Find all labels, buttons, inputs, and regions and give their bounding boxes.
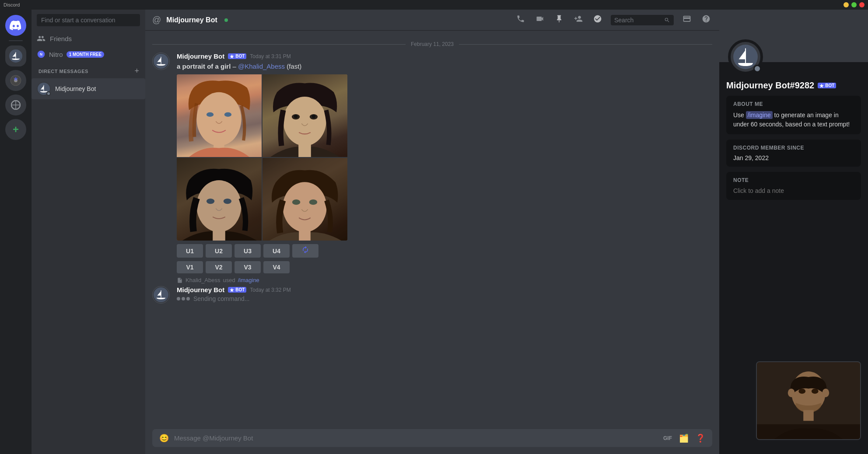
v1-button[interactable]: V1 — [177, 261, 203, 273]
msg-content-2: Midjourney Bot BOT Today at 3:32 PM — [177, 286, 712, 304]
sidebar-item-nitro[interactable]: N Nitro 1 MONTH FREE — [32, 46, 145, 62]
about-me-text: Use /imagine to generate an image in und… — [733, 111, 854, 129]
svg-point-28 — [292, 199, 300, 205]
close-button[interactable] — [859, 2, 864, 7]
msg-header-1: Midjourney Bot BOT Today at 3:31 PM — [177, 52, 712, 60]
u4-button[interactable]: U4 — [263, 244, 290, 258]
new-dm-button[interactable]: + — [132, 66, 142, 77]
emoji-button[interactable]: 😊 — [158, 432, 171, 445]
sending-row: Sending command... — [177, 295, 712, 302]
dm-username: Midjourney Bot — [55, 85, 96, 92]
profile-status-dot — [753, 65, 761, 73]
svg-rect-30 — [299, 230, 311, 241]
about-prefix: Use — [733, 112, 746, 119]
used-by-name: Khalid_Abess — [186, 277, 220, 283]
msg-avatar-1 — [152, 52, 170, 70]
dm-search-input[interactable] — [37, 14, 140, 26]
message-group-1: Midjourney Bot BOT Today at 3:31 PM a po… — [145, 51, 719, 275]
svg-point-10 — [196, 92, 241, 146]
svg-point-29 — [309, 199, 317, 205]
titlebar-controls — [844, 2, 864, 7]
profile-name: Midjourney Bot#9282 — [726, 80, 814, 91]
profile-bot-badge: BOT — [818, 83, 836, 88]
portrait-2[interactable] — [262, 74, 347, 157]
v3-button[interactable]: V3 — [234, 261, 261, 273]
gif-button[interactable]: GIF — [662, 433, 674, 443]
dm-section-title: DIRECT MESSAGES — [38, 69, 88, 74]
add-friend-button[interactable] — [572, 13, 584, 27]
msg-suffix: (fast) — [287, 63, 301, 70]
svg-point-38 — [812, 388, 819, 394]
svg-text:N: N — [40, 52, 42, 56]
search-input[interactable] — [614, 17, 662, 24]
member-since-title: DISCORD MEMBER SINCE — [733, 145, 854, 151]
app-body: + Friends N Nitro 1 MONTH FREE DIRECT ME… — [0, 10, 868, 454]
profile-avatar-wrap — [728, 39, 763, 74]
friends-label: Friends — [50, 35, 72, 42]
profile-name-row: Midjourney Bot#9282 BOT — [726, 80, 861, 91]
svg-rect-40 — [757, 424, 860, 439]
svg-rect-20 — [298, 143, 311, 157]
used-text: used — [223, 277, 235, 283]
dm-avatar-midjourney — [37, 82, 51, 96]
dm-user-midjourney[interactable]: Midjourney Bot — [32, 78, 145, 99]
sticker-button[interactable]: 🗂️ — [677, 432, 690, 445]
message-input[interactable] — [174, 429, 658, 447]
extra-button[interactable]: ❓ — [694, 432, 707, 445]
nav-item-nitro[interactable] — [5, 70, 26, 91]
titlebar-title: Discord — [4, 2, 844, 7]
maximize-button[interactable] — [851, 2, 857, 7]
svg-point-24 — [224, 199, 231, 204]
msg-timestamp-2: Today at 3:32 PM — [250, 287, 290, 293]
msg-mention: @Khalid_Abess — [238, 63, 285, 70]
date-divider-text: February 11, 2023 — [411, 41, 454, 47]
minimize-button[interactable] — [844, 2, 849, 7]
nav-item-explore[interactable] — [5, 94, 26, 115]
svg-point-15 — [283, 97, 326, 146]
profile-about-section: ABOUT ME Use /imagine to generate an ima… — [726, 96, 861, 134]
nav-item-server[interactable] — [5, 45, 26, 66]
bot-badge-1: BOT — [228, 53, 246, 59]
nitro-badge: 1 MONTH FREE — [66, 51, 104, 58]
member-since-date: Jan 29, 2022 — [733, 154, 854, 161]
portrait-4[interactable] — [262, 158, 347, 241]
u3-button[interactable]: U3 — [234, 244, 261, 258]
chat-messages: February 11, 2023 Midjourney Bot — [145, 31, 719, 429]
svg-point-12 — [224, 112, 231, 117]
profile-member-section: DISCORD MEMBER SINCE Jan 29, 2022 — [726, 140, 861, 167]
inbox-button[interactable] — [681, 13, 693, 27]
msg-timestamp-1: Today at 3:31 PM — [250, 53, 290, 59]
image-grid[interactable] — [177, 74, 347, 241]
sending-text: Sending command... — [193, 295, 249, 302]
discord-logo-button[interactable] — [5, 15, 26, 36]
help-button[interactable] — [700, 13, 712, 27]
svg-point-19 — [312, 115, 315, 118]
portrait-1[interactable] — [177, 74, 262, 157]
svg-point-27 — [283, 182, 326, 232]
msg-username-1: Midjourney Bot — [177, 52, 224, 60]
pin-button[interactable] — [553, 13, 565, 27]
date-divider: February 11, 2023 — [145, 38, 719, 51]
nav-item-add[interactable]: + — [5, 119, 26, 140]
msg-header-2: Midjourney Bot BOT Today at 3:32 PM — [177, 286, 712, 293]
profile-button[interactable] — [592, 13, 604, 27]
search-icon — [664, 17, 670, 24]
refresh-button[interactable] — [292, 244, 318, 258]
svg-point-23 — [206, 199, 214, 204]
video-button[interactable] — [534, 13, 546, 27]
profile-note-section: NOTE — [726, 172, 861, 200]
u2-button[interactable]: U2 — [206, 244, 232, 258]
v4-button[interactable]: V4 — [263, 261, 290, 273]
svg-rect-39 — [803, 410, 814, 421]
call-button[interactable] — [514, 13, 527, 27]
u1-button[interactable]: U1 — [177, 244, 203, 258]
note-input[interactable] — [733, 187, 854, 194]
dm-list-section: DIRECT MESSAGES + — [32, 62, 145, 78]
nitro-label: Nitro — [49, 51, 63, 58]
sidebar-item-friends[interactable]: Friends — [32, 31, 145, 46]
v2-button[interactable]: V2 — [206, 261, 232, 273]
portrait-3[interactable] — [177, 158, 262, 241]
chat-header-actions — [514, 13, 712, 27]
msg-avatar-2 — [152, 286, 170, 304]
titlebar: Discord — [0, 0, 868, 10]
